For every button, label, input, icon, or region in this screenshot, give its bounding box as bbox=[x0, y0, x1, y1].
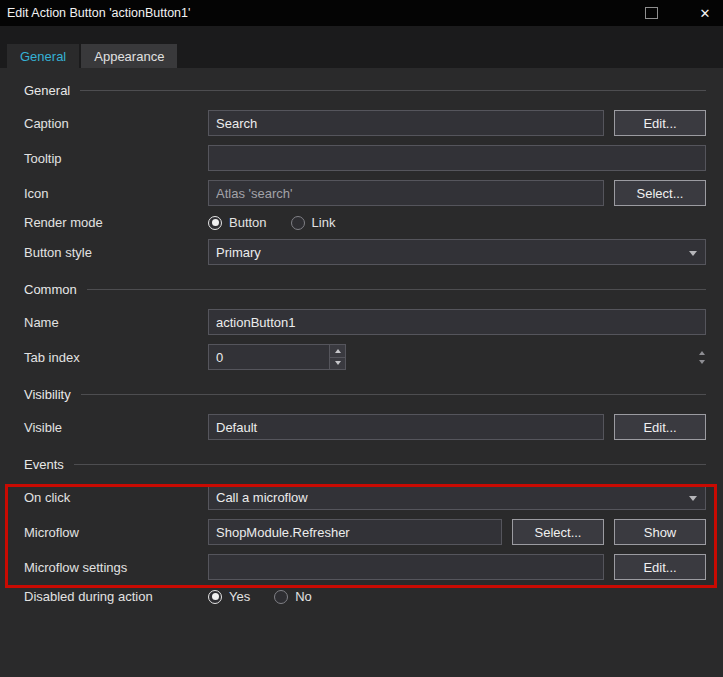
microflow-settings-label: Microflow settings bbox=[24, 560, 208, 575]
section-divider bbox=[87, 289, 706, 290]
section-events-header: Events bbox=[24, 456, 706, 472]
tab-index-label: Tab index bbox=[24, 350, 208, 365]
button-style-label: Button style bbox=[24, 245, 208, 260]
tooltip-input[interactable] bbox=[208, 145, 706, 171]
button-style-value: Primary bbox=[216, 245, 261, 260]
radio-unchecked-icon bbox=[291, 216, 305, 230]
radio-dot-icon bbox=[212, 593, 219, 600]
radio-checked-icon bbox=[208, 590, 222, 604]
section-visibility-title: Visibility bbox=[24, 387, 71, 402]
tab-appearance[interactable]: Appearance bbox=[81, 44, 177, 68]
visible-label: Visible bbox=[24, 420, 208, 435]
microflow-settings-row: Microflow settings Edit... bbox=[24, 554, 706, 580]
edit-action-button-dialog: Edit Action Button 'actionButton1' ✕ Gen… bbox=[0, 0, 723, 677]
render-mode-link-radio[interactable]: Link bbox=[291, 215, 336, 230]
section-visibility: Visibility Visible Edit... bbox=[24, 386, 706, 440]
disabled-no-radio[interactable]: No bbox=[274, 589, 312, 604]
section-divider bbox=[80, 90, 706, 91]
maximize-icon[interactable] bbox=[645, 7, 658, 19]
tab-index-row: Tab index bbox=[24, 344, 706, 370]
tab-index-stepper bbox=[208, 344, 346, 370]
section-general: General Caption Edit... Tooltip Icon Sel… bbox=[24, 82, 706, 265]
disabled-no-label: No bbox=[295, 589, 312, 604]
tooltip-row: Tooltip bbox=[24, 145, 706, 171]
on-click-row: On click Call a microflow bbox=[24, 484, 706, 510]
section-events-title: Events bbox=[24, 457, 64, 472]
render-mode-link-label: Link bbox=[312, 215, 336, 230]
visible-row: Visible Edit... bbox=[24, 414, 706, 440]
render-mode-group: Button Link bbox=[208, 215, 359, 230]
on-click-label: On click bbox=[24, 490, 208, 505]
arrow-up-icon bbox=[699, 351, 705, 355]
section-visibility-header: Visibility bbox=[24, 386, 706, 402]
render-mode-button-label: Button bbox=[229, 215, 267, 230]
disabled-during-action-row: Disabled during action Yes No bbox=[24, 589, 706, 604]
tab-general[interactable]: General bbox=[7, 44, 79, 68]
microflow-input[interactable] bbox=[208, 519, 502, 545]
visible-input[interactable] bbox=[208, 414, 604, 440]
section-divider bbox=[74, 464, 706, 465]
arrow-up-icon bbox=[335, 349, 341, 353]
icon-label: Icon bbox=[24, 186, 208, 201]
window-title: Edit Action Button 'actionButton1' bbox=[7, 6, 190, 20]
tab-index-outer-spinner[interactable] bbox=[699, 351, 705, 364]
section-general-header: General bbox=[24, 82, 706, 98]
arrow-down-icon bbox=[699, 360, 705, 364]
section-events: Events On click Call a microflow Microfl… bbox=[24, 456, 706, 545]
chevron-down-icon bbox=[689, 496, 697, 501]
on-click-select[interactable]: Call a microflow bbox=[208, 484, 706, 510]
section-divider bbox=[81, 394, 706, 395]
dialog-content: General Caption Edit... Tooltip Icon Sel… bbox=[0, 68, 723, 604]
caption-row: Caption Edit... bbox=[24, 110, 706, 136]
disabled-during-action-group: Yes No bbox=[208, 589, 336, 604]
section-general-title: General bbox=[24, 83, 70, 98]
render-mode-label: Render mode bbox=[24, 215, 208, 230]
arrow-down-icon bbox=[335, 361, 341, 365]
microflow-select-button[interactable]: Select... bbox=[512, 519, 604, 545]
disabled-yes-radio[interactable]: Yes bbox=[208, 589, 250, 604]
section-common-title: Common bbox=[24, 282, 77, 297]
section-common-header: Common bbox=[24, 281, 706, 297]
radio-dot-icon bbox=[212, 219, 219, 226]
name-label: Name bbox=[24, 315, 208, 330]
microflow-settings-edit-button[interactable]: Edit... bbox=[614, 554, 706, 580]
microflow-label: Microflow bbox=[24, 525, 208, 540]
icon-row: Icon Select... bbox=[24, 180, 706, 206]
tooltip-label: Tooltip bbox=[24, 151, 208, 166]
radio-unchecked-icon bbox=[274, 590, 288, 604]
render-mode-button-radio[interactable]: Button bbox=[208, 215, 267, 230]
radio-checked-icon bbox=[208, 216, 222, 230]
microflow-settings-input[interactable] bbox=[208, 554, 604, 580]
microflow-show-button[interactable]: Show bbox=[614, 519, 706, 545]
name-row: Name bbox=[24, 309, 706, 335]
close-icon[interactable]: ✕ bbox=[696, 6, 714, 21]
disabled-yes-label: Yes bbox=[229, 589, 250, 604]
tab-strip: General Appearance bbox=[0, 26, 723, 68]
icon-select-button[interactable]: Select... bbox=[614, 180, 706, 206]
spin-down-button[interactable] bbox=[330, 357, 345, 370]
microflow-row: Microflow Select... Show bbox=[24, 519, 706, 545]
titlebar: Edit Action Button 'actionButton1' ✕ bbox=[0, 0, 723, 26]
tab-index-spinner bbox=[329, 344, 346, 370]
icon-input[interactable] bbox=[208, 180, 604, 206]
on-click-value: Call a microflow bbox=[216, 490, 308, 505]
disabled-during-action-label: Disabled during action bbox=[24, 589, 208, 604]
section-common: Common Name Tab index bbox=[24, 281, 706, 370]
caption-edit-button[interactable]: Edit... bbox=[614, 110, 706, 136]
caption-input[interactable] bbox=[208, 110, 604, 136]
visible-edit-button[interactable]: Edit... bbox=[614, 414, 706, 440]
chevron-down-icon bbox=[689, 251, 697, 256]
button-style-select[interactable]: Primary bbox=[208, 239, 706, 265]
name-input[interactable] bbox=[208, 309, 706, 335]
tab-index-input[interactable] bbox=[208, 344, 329, 370]
render-mode-row: Render mode Button Link bbox=[24, 215, 706, 230]
caption-label: Caption bbox=[24, 116, 208, 131]
button-style-row: Button style Primary bbox=[24, 239, 706, 265]
spin-up-button[interactable] bbox=[330, 345, 345, 357]
